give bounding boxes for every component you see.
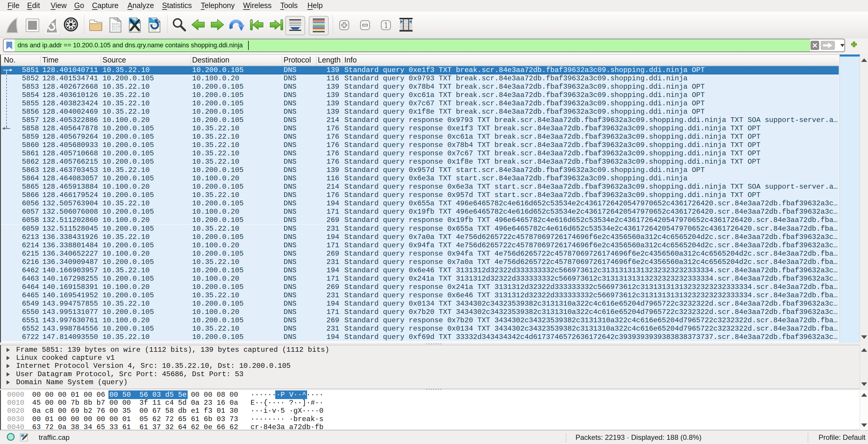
svg-text:0111: 0111	[112, 27, 120, 31]
svg-text:010: 010	[152, 23, 157, 27]
